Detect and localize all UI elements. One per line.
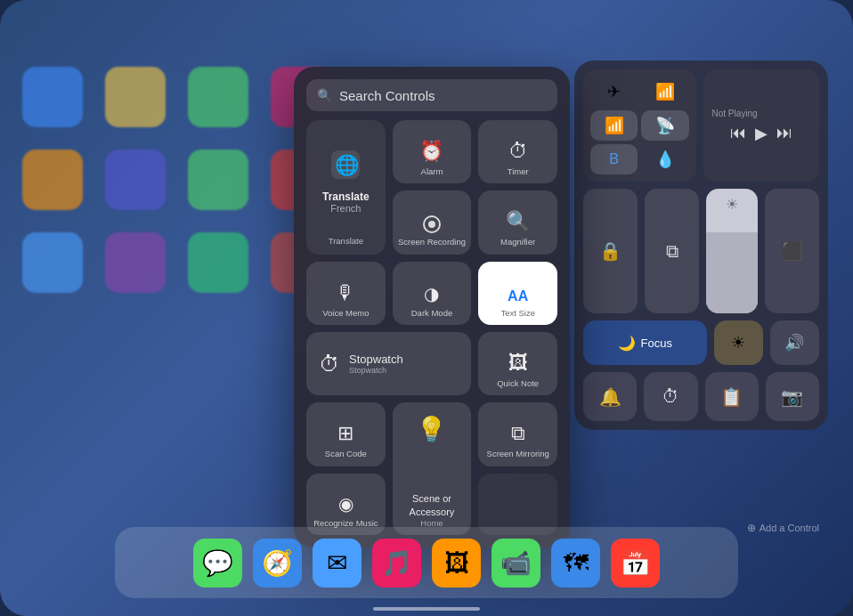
cc-hotspot[interactable]: 💧	[641, 144, 688, 174]
airdrop-icon: 📶	[655, 82, 675, 101]
facetime-icon: 📹	[491, 539, 540, 588]
cc-camera[interactable]: 📷	[766, 372, 819, 421]
translate-icon: 🌐	[331, 150, 360, 185]
quick-note-icon: 🖼	[508, 352, 528, 375]
stopwatch-text: Stopwatch Stopwatch	[349, 353, 403, 375]
dock-calendar[interactable]: 📅	[611, 539, 660, 588]
svg-text:🌐: 🌐	[335, 153, 360, 177]
cc-alarm-bell[interactable]: 🔔	[583, 372, 637, 421]
recognize-music-tile[interactable]: ◉ Recognize Music	[306, 474, 386, 535]
screen-mirroring-tile[interactable]: ⧉ Screen Mirroring	[478, 402, 557, 466]
controls-grid: 🌐 Translate French Translate ⏰ Alarm ⏱ T…	[306, 120, 557, 535]
cc-wifi[interactable]: 📶	[590, 110, 638, 141]
screen-mirror-icon: ⧉	[511, 422, 525, 445]
screen-recording-tile[interactable]: Screen Recording	[393, 190, 472, 254]
bg-app-10	[105, 232, 166, 293]
scene-accessory-tile[interactable]: 💡 Scene or Accessory Home	[393, 402, 472, 535]
home-indicator	[373, 607, 480, 611]
camera-icon: 📷	[781, 386, 803, 408]
cc-brightness-button[interactable]: ☀	[714, 320, 763, 365]
voice-memo-icon: 🎙	[336, 281, 355, 304]
translate-tile[interactable]: 🌐 Translate French Translate	[306, 120, 386, 255]
dock-music[interactable]: 🎵	[372, 539, 421, 588]
cc-bottom-icons: 🔔 ⏱ 📋 📷	[583, 372, 819, 421]
magnifier-tile[interactable]: 🔍 Magnifier	[478, 190, 557, 254]
airplay-icon: ⬛	[781, 240, 803, 262]
alarm-icon: ⏰	[419, 140, 443, 163]
quick-note-tile[interactable]: 🖼 Quick Note	[478, 332, 557, 395]
voice-memo-tile[interactable]: 🎙 Voice Memo	[306, 262, 386, 325]
notes-icon: 📋	[720, 386, 743, 408]
sun-icon: ☀	[731, 333, 745, 353]
scan-code-icon: ⊞	[337, 422, 353, 445]
add-control-label: ⊕ Add a Control	[747, 522, 819, 534]
scan-code-tile[interactable]: ⊞ Scan Code	[306, 402, 386, 466]
timer-icon: ⏱	[508, 140, 528, 163]
search-bar[interactable]: 🔍 Search Controls	[306, 79, 557, 111]
background-apps	[22, 67, 337, 465]
cc-airdrop[interactable]: 📶	[641, 77, 688, 107]
play-button[interactable]: ▶	[755, 124, 768, 143]
maps-icon: 🗺	[551, 539, 600, 588]
focus-label: Focus	[641, 336, 672, 350]
cc-stopwatch-small[interactable]: ⏱	[644, 372, 697, 421]
dock-messages[interactable]: 💬	[193, 539, 242, 588]
dock-mail[interactable]: ✉	[313, 539, 362, 588]
magnifier-label: Magnifier	[500, 237, 535, 247]
cc-airplane-mode[interactable]: ✈	[590, 77, 638, 107]
translate-content: 🌐 Translate French	[322, 129, 370, 236]
screen-mirror-label: Screen Mirroring	[487, 449, 549, 458]
cc-notes[interactable]: 📋	[705, 372, 759, 421]
cc-volume-button[interactable]: 🔊	[770, 320, 819, 365]
cc-cellular[interactable]: 📡	[641, 110, 688, 141]
hotspot-icon: 💧	[655, 150, 675, 169]
bluetooth-icon: B	[609, 151, 619, 167]
recognize-music-icon: ◉	[338, 493, 353, 515]
bg-app-5	[22, 150, 83, 210]
dark-mode-icon: ◑	[424, 283, 439, 304]
brightness-sun-icon: ☀	[726, 196, 738, 213]
messages-icon: 💬	[193, 539, 242, 588]
translate-bottom: Translate	[329, 236, 363, 246]
cc-now-playing: Not Playing ⏮ ▶ ⏭	[703, 69, 820, 182]
cc-screen-mirror[interactable]: ⧉	[645, 189, 699, 313]
dock-safari[interactable]: 🧭	[253, 539, 302, 588]
voice-memo-label: Voice Memo	[322, 308, 369, 318]
text-size-tile[interactable]: AA Text Size	[478, 262, 557, 325]
bg-app-1	[22, 67, 83, 127]
bg-app-7	[188, 150, 248, 210]
cc-connectivity-cluster: ✈ 📶 📶 📡 B 💧	[583, 69, 696, 182]
quick-note-label: Quick Note	[497, 378, 539, 388]
cc-focus-button[interactable]: 🌙 Focus	[583, 320, 707, 365]
cellular-icon: 📡	[655, 116, 675, 135]
cc-bluetooth[interactable]: B	[590, 144, 638, 174]
alarm-bell-icon: 🔔	[599, 386, 621, 408]
scene-accessory-title: Scene or Accessory	[400, 492, 465, 518]
cc-screen-lock[interactable]: 🔒	[583, 189, 638, 313]
cc-brightness-slider[interactable]: ☀	[706, 189, 758, 313]
bg-app-9	[22, 232, 83, 293]
prev-button[interactable]: ⏮	[730, 124, 746, 142]
timer-tile[interactable]: ⏱ Timer	[478, 120, 557, 183]
dark-mode-tile[interactable]: ◑ Dark Mode	[393, 262, 472, 325]
stopwatch-title: Stopwatch	[349, 353, 403, 366]
add-control-text: Add a Control	[760, 523, 819, 533]
brightness-fill	[706, 232, 758, 313]
calendar-icon: 📅	[611, 539, 660, 588]
alarm-tile[interactable]: ⏰ Alarm	[393, 120, 472, 183]
text-size-label: Text Size	[500, 308, 535, 318]
stopwatch-sublabel: Stopwatch	[349, 366, 403, 375]
control-center-right: ✈ 📶 📶 📡 B 💧 Not Pl	[574, 61, 828, 430]
dock-maps[interactable]: 🗺	[551, 539, 600, 588]
scene-accessory-icon: 💡	[416, 415, 447, 444]
dock: 💬 🧭 ✉ 🎵 🖼 📹 🗺 📅	[115, 527, 738, 598]
stopwatch-tile[interactable]: ⏱ Stopwatch Stopwatch	[306, 332, 471, 395]
photos-icon: 🖼	[432, 539, 481, 588]
cc-airplay[interactable]: ⬛	[765, 189, 819, 313]
dock-facetime[interactable]: 📹	[491, 539, 540, 588]
text-size-icon: AA	[508, 288, 528, 304]
dock-photos[interactable]: 🖼	[432, 539, 481, 588]
alarm-label: Alarm	[421, 166, 443, 176]
next-button[interactable]: ⏭	[776, 124, 792, 142]
cc-focus-row: 🌙 Focus ☀ 🔊	[583, 320, 819, 365]
